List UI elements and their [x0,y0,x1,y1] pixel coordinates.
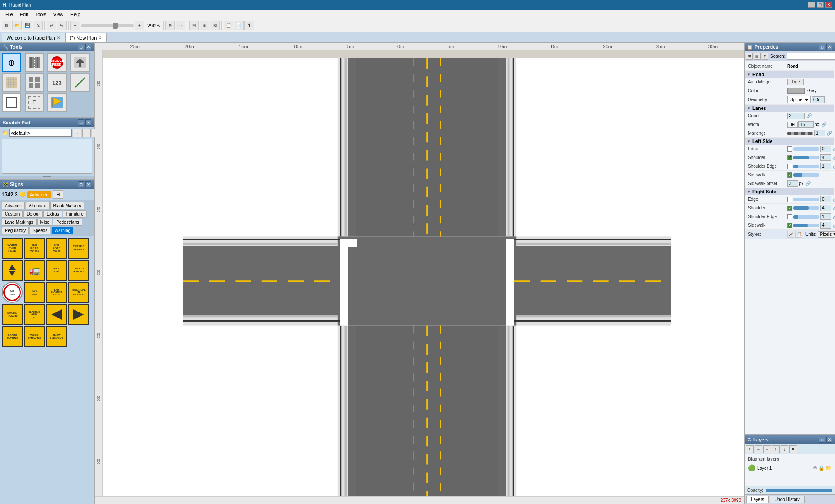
prop-left-shoulder-checkbox[interactable]: ✓ [787,155,792,160]
tab-aftercare[interactable]: Aftercare [26,202,50,209]
tab-custom[interactable]: Custom [2,210,23,218]
prop-left-edge-slider[interactable] [793,147,819,151]
sign-end-blasting[interactable]: ENDBLASTINGSIDES [46,282,67,303]
prop-right-edge-link[interactable]: 🔗 [833,197,835,202]
prop-left-edge-link[interactable]: 🔗 [833,146,835,151]
layer-1-lock[interactable]: 🔒 [818,465,825,471]
layer-down-btn[interactable]: ↓ [781,445,788,453]
prop-left-sw-offset-link[interactable]: 🔗 [805,181,811,186]
prop-count-link[interactable]: 🔗 [806,113,812,118]
prop-group-lanes[interactable]: ▼ Lanes [745,105,834,112]
sign-wet-tar[interactable]: WETTAR [46,260,67,281]
prop-right-shoulder-checkbox[interactable]: ✓ [787,206,792,211]
prop-right-edge-input[interactable] [820,196,831,202]
tab-new-plan[interactable]: (*) New Plan ✕ [65,33,107,42]
zoom-thumb[interactable] [113,23,118,29]
prop-markings-input[interactable] [814,130,825,136]
tab-lane-markings[interactable]: Lane Markings [2,219,37,226]
align-button[interactable]: ≡ [200,21,209,30]
maximize-button[interactable]: □ [817,2,824,8]
prop-right-sw-slider[interactable] [793,224,819,227]
layer-1-item[interactable]: 🟢 Layer 1 👁 🔒 📁 [745,463,834,473]
prop-units-select[interactable]: Pixels [818,231,835,238]
sign-grass-cutting[interactable]: GRASSCUTTING [2,326,23,347]
tab-furniture[interactable]: Furniture [63,210,87,218]
prop-left-se-checkbox[interactable] [787,164,792,169]
props-filter-2[interactable]: ▤ [754,53,761,60]
menu-view[interactable]: View [50,11,67,18]
menu-help[interactable]: Help [67,11,84,18]
export-button[interactable]: ⬆ [244,21,254,30]
prop-geometry-extra[interactable] [812,96,825,103]
select-tool-btn[interactable]: ⊕ [2,53,21,72]
sign-50kmh-circle[interactable]: 50 km/h [2,282,23,303]
sign-arrow-right[interactable] [68,304,89,325]
sign-weed-spraying[interactable]: WEEDSPRAYING [24,326,45,347]
tools-panel-close[interactable]: ✕ [85,44,91,50]
sign-end-roadworks[interactable]: ENDROADWORKS [24,238,45,259]
scratch-go-btn[interactable]: → [73,129,81,137]
sign-power-line[interactable]: POWER LINEINPROGRESS [68,282,89,303]
prop-right-sw-checkbox[interactable]: ✓ [787,223,792,228]
zoom-bar[interactable] [81,24,134,27]
prop-right-se-slider[interactable] [793,215,819,219]
tab-warning[interactable]: Warning [51,227,73,234]
prop-group-road[interactable]: ▼ Road [745,71,834,78]
prop-left-se-input[interactable] [820,163,831,169]
tab-welcome[interactable]: Welcome to RapidPlan ✕ [2,33,65,42]
new-button[interactable]: 🗎 [2,21,11,30]
prop-left-shoulder-slider[interactable] [793,156,819,159]
menu-file[interactable]: File [2,11,17,18]
prop-group-right-side[interactable]: ▼ Right Side [745,188,834,195]
prop-right-shoulder-input[interactable] [820,205,831,211]
prop-right-shoulder-slider[interactable] [793,206,819,210]
prop-right-se-input[interactable] [820,213,831,220]
prop-markings-slider[interactable] [787,132,813,135]
scratch-panel-close[interactable]: ✕ [85,119,91,126]
prop-right-se-checkbox[interactable] [787,214,792,219]
scratch-input-field[interactable] [9,129,72,137]
tab-speeds[interactable]: Speeds [30,227,50,234]
tab-detour[interactable]: Detour [23,210,43,218]
undo-button[interactable]: ↩ [47,21,56,30]
sign-end-road-work[interactable]: ENDROADWORK [46,238,67,259]
snap-button[interactable]: ⊠ [210,21,220,30]
sign-arrow-left[interactable] [46,304,67,325]
prop-color-swatch[interactable] [787,88,805,94]
layers-panel-close[interactable]: ✕ [826,437,832,443]
prop-width-icon[interactable]: ⊞ [787,122,798,128]
close-button[interactable]: ✕ [825,2,832,8]
tools-panel-pin[interactable]: ◻ [78,44,84,50]
prop-left-edge-input[interactable] [820,146,831,152]
fit-button[interactable]: ⊕ [165,21,175,30]
redo-button[interactable]: ↪ [57,21,67,30]
texture-tool-btn[interactable] [2,73,21,92]
sign-snow-clearing[interactable]: SNOWCLEARING [46,326,67,347]
sign-arrow-updown[interactable] [2,260,23,281]
prop-left-se-slider[interactable] [793,165,819,168]
prop-markings-link[interactable]: 🔗 [827,131,832,136]
props-filter-1[interactable]: ⊞ [746,53,753,60]
grid-tool-btn[interactable] [25,73,44,92]
sign-truck[interactable]: 🚛 [24,260,45,281]
sign-search-btn[interactable]: ⊞ [53,190,63,199]
prop-left-shoulder-input[interactable] [820,154,831,161]
tab-regulatory[interactable]: Regulatory [2,227,29,234]
prop-styles-copy-btn[interactable]: 📋 [795,231,802,238]
scratch-panel-pin[interactable]: ◻ [78,119,84,126]
text-tool-btn[interactable]: T [25,93,44,112]
sign-water-over-road[interactable]: WATEROVERROAD [2,238,23,259]
properties-panel-pin[interactable]: ◻ [819,44,825,50]
layer-1-folder[interactable]: 📁 [825,465,832,471]
properties-panel-close[interactable]: ✕ [826,44,832,50]
tab-extras[interactable]: Extras [43,210,62,218]
prop-group-left-side[interactable]: ▼ Left Side [745,138,834,145]
bottom-tab-layers[interactable]: Layers [746,496,769,503]
sign-rough-surface[interactable]: ROUGHSURFACE [68,260,89,281]
print-button[interactable]: 🖨 [33,21,43,30]
layer-add-btn[interactable]: + [746,445,754,453]
save-button[interactable]: 💾 [23,21,32,30]
prop-right-sw-link[interactable]: 🔗 [833,223,835,228]
rect-tool-btn[interactable] [2,93,21,112]
prop-left-shoulder-link[interactable]: 🔗 [833,155,835,160]
